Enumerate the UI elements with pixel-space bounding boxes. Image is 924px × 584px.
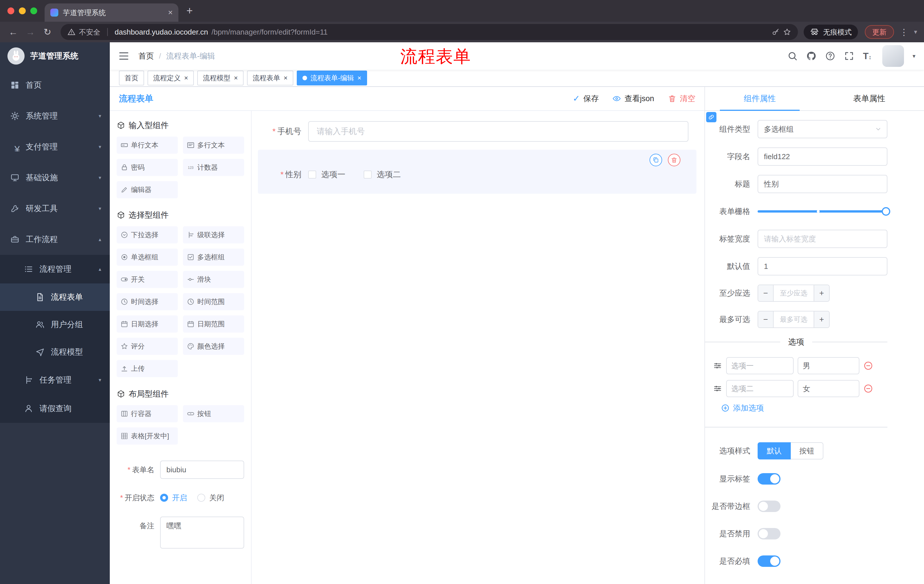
tag-close-icon[interactable]: ×	[184, 74, 188, 81]
forward-icon[interactable]: →	[23, 27, 38, 38]
palette-item-switch[interactable]: 开关	[117, 271, 178, 288]
sidebar-item-system[interactable]: 系统管理 ▾	[0, 100, 110, 132]
clear-button[interactable]: 清空	[668, 94, 695, 104]
avatar[interactable]	[882, 45, 904, 67]
palette-item-upload[interactable]: 上传	[117, 360, 178, 377]
palette-item-slider[interactable]: 滑块	[183, 271, 244, 288]
palette-item-textarea[interactable]: 多行文本	[183, 137, 244, 154]
widget-phone[interactable]: *手机号	[258, 121, 696, 142]
back-icon[interactable]: ←	[6, 27, 21, 38]
chevron-down-icon[interactable]: ▾	[914, 28, 918, 36]
view-json-button[interactable]: 查看json	[612, 94, 654, 104]
palette-item-password[interactable]: 密码	[117, 159, 178, 176]
tag-process-form-edit[interactable]: 流程表单-编辑 ×	[297, 71, 367, 86]
sidebar-item-workflow[interactable]: 工作流程 ▴	[0, 224, 110, 255]
link-icon-button[interactable]	[706, 112, 716, 122]
browser-menu-icon[interactable]: ⋮	[896, 27, 912, 37]
github-icon[interactable]	[806, 51, 817, 61]
add-option-button[interactable]: 添加选项	[721, 403, 888, 413]
palette-item-table[interactable]: 表格[开发中]	[117, 428, 178, 444]
minus-button[interactable]: −	[758, 311, 774, 327]
remove-option-icon[interactable]	[863, 361, 873, 370]
phone-input[interactable]	[308, 121, 688, 142]
url-bar[interactable]: 不安全 dashboard.yudao.iocoder.cn /bpm/mana…	[61, 24, 798, 40]
option-label-input[interactable]	[726, 380, 794, 397]
palette-item-button[interactable]: 按钮	[183, 405, 244, 422]
fullscreen-icon[interactable]	[844, 51, 854, 61]
plus-button[interactable]: +	[813, 311, 829, 327]
form-name-input[interactable]	[160, 461, 244, 479]
tag-close-icon[interactable]: ×	[357, 74, 361, 81]
question-icon[interactable]	[825, 51, 835, 61]
style-button-button[interactable]: 按钮	[791, 442, 823, 459]
update-button[interactable]: 更新	[865, 25, 894, 39]
default-value-input[interactable]	[757, 257, 888, 275]
browser-tab[interactable]: 芋道管理系统 ×	[45, 3, 178, 22]
palette-item-editor[interactable]: 编辑器	[117, 181, 178, 198]
key-icon[interactable]	[772, 28, 780, 36]
widget-gender-selected[interactable]: *性别 选项一 选项二	[258, 150, 696, 194]
disabled-toggle[interactable]	[757, 528, 780, 540]
sidebar-item-leave-query[interactable]: 请假查询	[0, 394, 110, 423]
style-default-button[interactable]: 默认	[757, 442, 791, 459]
new-tab-button[interactable]: +	[186, 5, 193, 16]
search-icon[interactable]	[787, 51, 798, 61]
palette-item-time-range[interactable]: 时间范围	[183, 293, 244, 310]
sidebar-item-task-mgmt[interactable]: 任务管理 ▾	[0, 366, 110, 394]
checkbox-option-2[interactable]: 选项二	[364, 169, 401, 180]
save-button[interactable]: ✓ 保存	[573, 94, 599, 104]
remove-option-icon[interactable]	[863, 384, 873, 393]
option-value-input[interactable]	[798, 380, 860, 397]
title-input[interactable]	[757, 175, 888, 193]
tag-home[interactable]: 首页	[119, 71, 144, 86]
checkbox-option-1[interactable]: 选项一	[308, 169, 345, 180]
sidebar-item-process-model[interactable]: 流程模型	[0, 338, 110, 366]
grid-slider[interactable]	[757, 202, 888, 220]
sidebar-item-home[interactable]: 首页	[0, 70, 110, 100]
tag-close-icon[interactable]: ×	[284, 74, 288, 81]
zoom-window-button[interactable]	[30, 7, 37, 14]
min-select-input[interactable]	[774, 285, 813, 301]
option-label-input[interactable]	[726, 357, 794, 374]
palette-item-date-range[interactable]: 日期范围	[183, 316, 244, 332]
tab-component-props[interactable]: 组件属性	[705, 87, 815, 110]
form-canvas[interactable]: *手机号 *性别 选项一	[252, 111, 705, 584]
drag-handle-icon[interactable]	[713, 384, 722, 393]
component-type-select[interactable]: 多选框组	[757, 120, 888, 138]
palette-item-select[interactable]: 下拉选择	[117, 226, 178, 243]
sidebar-item-process-form[interactable]: 流程表单	[0, 283, 110, 311]
max-select-input[interactable]	[774, 311, 813, 327]
option-value-input[interactable]	[798, 357, 860, 374]
delete-widget-button[interactable]	[668, 154, 680, 166]
drag-handle-icon[interactable]	[713, 361, 722, 370]
show-label-toggle[interactable]	[757, 473, 780, 485]
reload-icon[interactable]: ↻	[40, 26, 55, 38]
palette-item-color-picker[interactable]: 颜色选择	[183, 338, 244, 355]
close-window-button[interactable]	[7, 7, 14, 14]
radio-open[interactable]: 开启	[160, 493, 187, 503]
tag-process-model[interactable]: 流程模型 ×	[197, 71, 244, 86]
tag-close-icon[interactable]: ×	[234, 74, 238, 81]
palette-item-radio-group[interactable]: 单选框组	[117, 248, 178, 266]
chevron-down-icon[interactable]: ▾	[912, 53, 916, 59]
copy-widget-button[interactable]	[650, 154, 662, 166]
palette-item-checkbox-group[interactable]: 多选框组	[183, 248, 244, 266]
required-toggle[interactable]	[757, 555, 780, 567]
hamburger-icon[interactable]	[118, 51, 129, 61]
font-size-icon[interactable]: T↕	[863, 51, 871, 61]
palette-item-time-picker[interactable]: 时间选择	[117, 293, 178, 310]
border-toggle[interactable]	[757, 500, 780, 512]
palette-item-counter[interactable]: 计数器	[183, 159, 244, 176]
slider-handle[interactable]	[882, 207, 890, 216]
label-width-input[interactable]	[757, 230, 888, 248]
palette-item-cascader[interactable]: 级联选择	[183, 226, 244, 243]
sidebar-item-devtools[interactable]: 研发工具 ▾	[0, 193, 110, 224]
breadcrumb-home[interactable]: 首页	[139, 51, 154, 61]
sidebar-item-user-group[interactable]: 用户分组	[0, 311, 110, 338]
palette-item-rate[interactable]: 评分	[117, 338, 178, 355]
sidebar-item-process-mgmt[interactable]: 流程管理 ▴	[0, 255, 110, 283]
form-remark-textarea[interactable]: 嘿嘿	[160, 517, 244, 549]
sidebar-item-infra[interactable]: 基础设施 ▾	[0, 162, 110, 193]
palette-item-date-picker[interactable]: 日期选择	[117, 316, 178, 332]
tab-close-icon[interactable]: ×	[168, 8, 173, 16]
